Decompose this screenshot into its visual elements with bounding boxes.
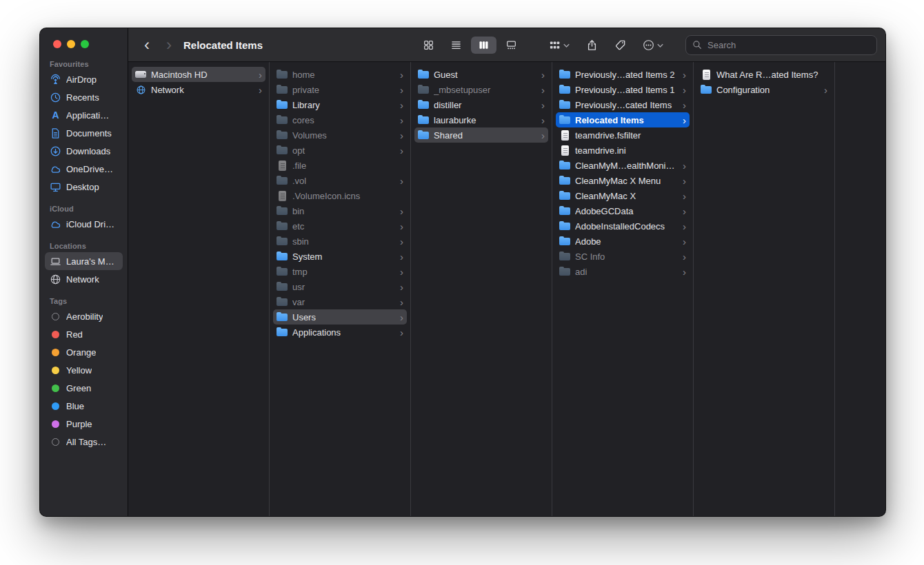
- item-label: teamdrive.fsfilter: [575, 130, 686, 141]
- folder-icon: [277, 327, 288, 338]
- list-item[interactable]: teamdrive.fsfilter: [556, 127, 690, 143]
- list-item[interactable]: private: [273, 82, 407, 97]
- list-item[interactable]: .file: [273, 158, 407, 173]
- column-view-button[interactable]: [471, 37, 496, 54]
- chevron-right-icon: [541, 85, 545, 95]
- sidebar-item-all-tags[interactable]: All Tags…: [45, 433, 123, 451]
- list-view-button[interactable]: [443, 37, 469, 54]
- item-label: CleanMyM…ealthMonitor: [575, 161, 676, 171]
- list-item-macintosh-hd[interactable]: Macintosh HD: [132, 67, 265, 82]
- laptop-icon: [50, 256, 61, 267]
- sidebar-tag-orange[interactable]: Orange: [45, 343, 123, 361]
- list-item[interactable]: tmp: [273, 264, 407, 279]
- tag-button[interactable]: [614, 39, 626, 51]
- back-button[interactable]: ‹: [141, 30, 153, 60]
- list-item[interactable]: What Are R…ated Items?: [697, 67, 831, 82]
- sidebar-tag-red[interactable]: Red: [45, 325, 123, 343]
- list-item[interactable]: SC Info: [556, 249, 690, 264]
- list-item[interactable]: Previously…ated Items 1: [556, 82, 690, 97]
- sidebar-tag-purple[interactable]: Purple: [45, 415, 123, 433]
- sidebar-item-onedrive[interactable]: OneDrive…: [45, 160, 123, 178]
- item-label: Applications: [292, 327, 393, 338]
- group-button[interactable]: [549, 39, 570, 51]
- list-item[interactable]: AdobeInstalledCodecs: [556, 218, 690, 234]
- list-item[interactable]: var: [273, 294, 407, 309]
- column-empty: [835, 62, 885, 516]
- chevron-right-icon: [541, 100, 545, 110]
- item-label: .VolumeIcon.icns: [292, 191, 403, 201]
- list-item-relocated-items[interactable]: Relocated Items: [556, 112, 690, 127]
- list-item[interactable]: usr: [273, 279, 407, 294]
- search-field[interactable]: [685, 35, 877, 55]
- list-item[interactable]: .VolumeIcon.icns: [273, 188, 407, 203]
- list-item-shared[interactable]: Shared: [414, 127, 548, 143]
- item-label: AdobeGCData: [575, 206, 676, 216]
- list-item[interactable]: Previously…cated Items: [556, 97, 690, 112]
- tag-icon: [614, 39, 626, 51]
- sidebar-item-network[interactable]: Network: [45, 270, 123, 288]
- list-item[interactable]: Configuration: [697, 82, 831, 97]
- item-label: bin: [292, 206, 393, 216]
- sidebar-item-lauras-macbook[interactable]: Laura's M…: [45, 252, 123, 270]
- sidebar-tag-blue[interactable]: Blue: [45, 397, 123, 415]
- grid-view-button[interactable]: [416, 37, 441, 54]
- item-label: lauraburke: [434, 115, 534, 125]
- list-item[interactable]: CleanMyMac X Menu: [556, 173, 690, 188]
- list-item[interactable]: .vol: [273, 173, 407, 188]
- list-item[interactable]: Library: [273, 97, 407, 112]
- list-item[interactable]: Previously…ated Items 2: [556, 67, 690, 82]
- sidebar-item-applications[interactable]: A Applicati…: [45, 106, 123, 124]
- minimize-button[interactable]: [67, 40, 75, 48]
- chevron-right-icon: [541, 70, 545, 80]
- list-item[interactable]: bin: [273, 203, 407, 218]
- list-item[interactable]: opt: [273, 143, 407, 158]
- folder-icon: [418, 70, 430, 80]
- sidebar-item-label: Green: [66, 383, 91, 393]
- gallery-view-button[interactable]: [499, 37, 524, 54]
- sidebar-tag-green[interactable]: Green: [45, 379, 123, 397]
- cloud-icon: [50, 163, 61, 175]
- list-item[interactable]: Applications: [273, 325, 407, 340]
- list-item[interactable]: home: [273, 67, 407, 82]
- list-item[interactable]: cores: [273, 112, 407, 127]
- list-item[interactable]: Guest: [414, 67, 548, 82]
- file-icon: [561, 145, 570, 156]
- list-item[interactable]: _mbsetupuser: [414, 82, 548, 97]
- close-button[interactable]: [53, 40, 61, 48]
- list-item[interactable]: CleanMyMac X: [556, 188, 690, 203]
- sidebar-item-label: Desktop: [66, 182, 99, 192]
- list-item[interactable]: Volumes: [273, 127, 407, 143]
- list-item[interactable]: sbin: [273, 234, 407, 249]
- item-label: SC Info: [575, 251, 676, 262]
- list-item[interactable]: lauraburke: [414, 112, 548, 127]
- search-input[interactable]: [706, 39, 870, 51]
- sidebar-item-icloud-drive[interactable]: iCloud Dri…: [45, 215, 123, 233]
- list-item-users[interactable]: Users: [273, 309, 407, 325]
- sidebar-item-recents[interactable]: Recents: [45, 88, 123, 106]
- chevron-right-icon: [400, 85, 403, 95]
- list-item[interactable]: Adobe: [556, 234, 690, 249]
- sidebar-item-downloads[interactable]: Downloads: [45, 142, 123, 160]
- item-label: teamdrive.ini: [575, 145, 686, 156]
- list-item[interactable]: System: [273, 249, 407, 264]
- list-item[interactable]: etc: [273, 218, 407, 234]
- sidebar-item-label: Applicati…: [66, 110, 109, 121]
- sidebar-item-desktop[interactable]: Desktop: [45, 178, 123, 196]
- folder-icon: [418, 115, 430, 125]
- list-item[interactable]: teamdrive.ini: [556, 143, 690, 158]
- zoom-button[interactable]: [81, 40, 89, 48]
- chevron-right-icon: [683, 70, 686, 80]
- sidebar-tag-yellow[interactable]: Yellow: [45, 361, 123, 379]
- sidebar-item-documents[interactable]: Documents: [45, 124, 123, 142]
- item-label: Previously…ated Items 2: [575, 70, 676, 80]
- sidebar-tag-aerobility[interactable]: Aerobility: [45, 307, 123, 325]
- more-actions-button[interactable]: [643, 39, 663, 51]
- list-item[interactable]: distiller: [414, 97, 548, 112]
- share-button[interactable]: [586, 39, 598, 51]
- list-item[interactable]: CleanMyM…ealthMonitor: [556, 158, 690, 173]
- list-item[interactable]: adi: [556, 264, 690, 279]
- list-item-network[interactable]: Network: [132, 82, 265, 97]
- list-item[interactable]: AdobeGCData: [556, 203, 690, 218]
- forward-button[interactable]: ›: [163, 30, 175, 60]
- sidebar-item-airdrop[interactable]: AirDrop: [45, 70, 123, 88]
